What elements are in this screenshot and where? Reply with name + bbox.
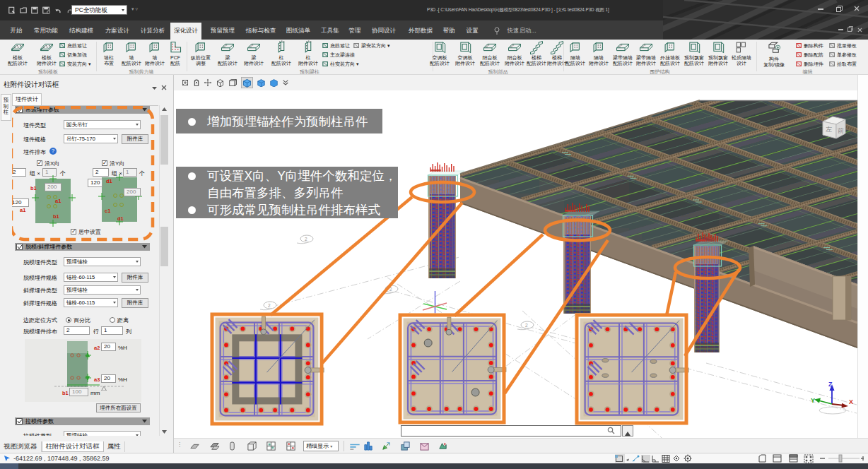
svg-text:2: 2 [305,237,307,242]
svg-text:Y: Y [811,397,815,404]
svg-text:X: X [849,398,853,405]
svg-text:前: 前 [838,127,844,134]
svg-text:Z: Z [828,381,833,388]
svg-text:左: 左 [826,126,832,133]
svg-text:2: 2 [525,323,528,328]
svg-text:2: 2 [268,303,271,308]
